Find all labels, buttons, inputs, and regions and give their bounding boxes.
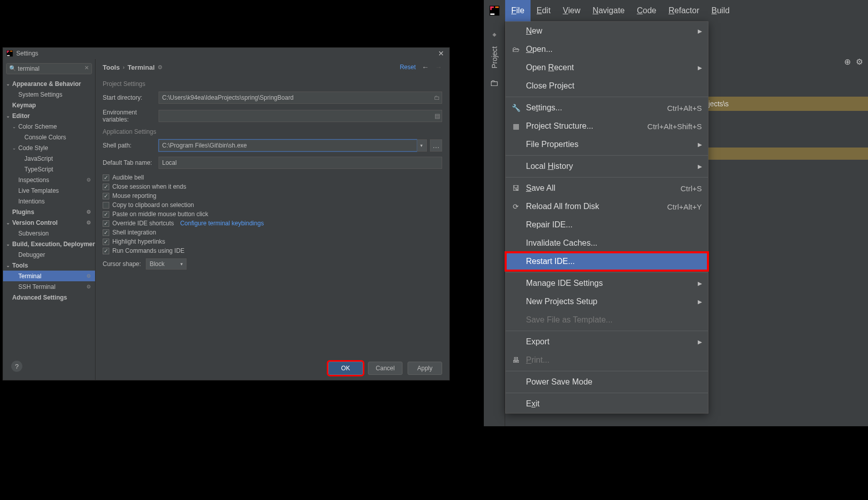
shell-integration-checkbox[interactable] [103, 229, 109, 236]
menu-settings[interactable]: 🔧Settings...Ctrl+Alt+S [506, 99, 708, 117]
tree-build[interactable]: ⌄Build, Execution, Deployment [3, 239, 95, 249]
menu-project-structure[interactable]: ▦Project Structure...Ctrl+Alt+Shift+S [506, 117, 708, 135]
intellij-icon [484, 5, 505, 16]
cancel-button[interactable]: Cancel [368, 362, 402, 375]
tree-typescript[interactable]: TypeScript [3, 164, 95, 174]
browse-button[interactable]: … [430, 139, 442, 152]
cursor-shape-select[interactable]: Block ▾ [146, 258, 187, 270]
svg-rect-2 [7, 51, 8, 53]
menu-save-all[interactable]: 🖫Save AllCtrl+S [506, 179, 708, 197]
highlight-hyperlinks-label: Highlight hyperlinks [112, 238, 165, 245]
menu-power-save[interactable]: Power Save Mode [506, 373, 708, 391]
tree-keymap[interactable]: Keymap [3, 100, 95, 110]
run-commands-checkbox[interactable] [103, 248, 109, 254]
configure-keybindings-link[interactable]: Configure terminal keybindings [180, 220, 264, 227]
menu-refactor[interactable]: Refactor [662, 0, 705, 21]
menu-export[interactable]: Export▶ [506, 333, 708, 351]
svg-rect-7 [490, 7, 492, 10]
tab-name-input[interactable] [159, 157, 442, 169]
settings-sidebar: 🔍 ✕ ⌄Appearance & Behavior System Settin… [3, 59, 96, 380]
reload-icon: ⟳ [511, 202, 521, 211]
target-icon[interactable]: ⊕ [844, 57, 851, 67]
mouse-reporting-checkbox[interactable] [103, 193, 109, 199]
gear-icon[interactable]: ⚙ [856, 57, 863, 67]
file-dropdown-menu: New▶ 🗁Open... Open Recent▶ Close Project… [505, 21, 708, 414]
menu-separator [506, 272, 708, 273]
menu-view[interactable]: View [556, 0, 586, 21]
menu-file[interactable]: File [505, 0, 531, 21]
menu-label: Restart IDE... [526, 257, 575, 266]
menu-close-project[interactable]: Close Project [506, 77, 708, 95]
paste-middle-checkbox[interactable] [103, 211, 109, 218]
tree-terminal[interactable]: Terminal [3, 271, 95, 281]
tree-inspections[interactable]: Inspections [3, 174, 95, 185]
list-icon[interactable]: ▤ [435, 112, 440, 120]
tree-javascript[interactable]: JavaScript [3, 153, 95, 164]
menu-separator [506, 97, 708, 97]
tree-live-templates[interactable]: Live Templates [3, 185, 95, 196]
menu-new[interactable]: New▶ [506, 22, 708, 40]
menu-label: Repair IDE... [526, 220, 573, 229]
tree-label: Appearance & Behavior [12, 80, 81, 87]
back-icon[interactable]: ← [422, 63, 429, 71]
menu-reload[interactable]: ⟳Reload All from DiskCtrl+Alt+Y [506, 197, 708, 216]
tree-plugins[interactable]: Plugins [3, 207, 95, 217]
wrench-icon: 🔧 [511, 104, 521, 112]
start-dir-input[interactable] [159, 92, 442, 104]
menu-build[interactable]: Build [705, 0, 736, 21]
menu-new-projects-setup[interactable]: New Projects Setup▶ [506, 292, 708, 311]
audible-bell-checkbox[interactable] [103, 174, 109, 181]
menu-file-properties[interactable]: File Properties▶ [506, 135, 708, 154]
menu-open[interactable]: 🗁Open... [506, 40, 708, 58]
shortcut-label: Ctrl+S [680, 184, 702, 193]
tree-console-colors[interactable]: Console Colors [3, 132, 95, 142]
search-box: 🔍 ✕ [6, 63, 92, 74]
close-icon[interactable]: ✕ [436, 49, 446, 57]
menu-repair-ide[interactable]: Repair IDE... [506, 216, 708, 234]
menu-edit[interactable]: Edit [531, 0, 557, 21]
tree-editor[interactable]: ⌄Editor [3, 110, 95, 121]
settings-dialog: Settings ✕ 🔍 ✕ ⌄Appearance & Behavior Sy… [3, 47, 450, 380]
menu-invalidate-caches[interactable]: Invalidate Caches... [506, 234, 708, 252]
menu-navigate[interactable]: Navigate [586, 0, 631, 21]
tree-tools[interactable]: ⌄Tools [3, 260, 95, 271]
tree-ssh-terminal[interactable]: SSH Terminal [3, 281, 95, 292]
help-button[interactable]: ? [11, 361, 22, 372]
menu-open-recent[interactable]: Open Recent▶ [506, 58, 708, 77]
clear-icon[interactable]: ✕ [84, 65, 89, 71]
tree-debugger[interactable]: Debugger [3, 249, 95, 260]
tree-appearance[interactable]: ⌄Appearance & Behavior [3, 78, 95, 89]
folder-icon[interactable]: 🗀 [434, 94, 440, 101]
menu-label: Power Save Mode [526, 377, 593, 387]
forward-icon: → [435, 63, 442, 71]
tree-version-control[interactable]: ⌄Version Control [3, 217, 95, 228]
apply-button[interactable]: Apply [408, 362, 442, 375]
search-input[interactable] [6, 63, 92, 74]
menu-manage-ide-settings[interactable]: Manage IDE Settings▶ [506, 274, 708, 292]
tree-color-scheme[interactable]: ⌄Color Scheme [3, 121, 95, 132]
shell-path-input[interactable] [159, 139, 417, 152]
tree-system-settings[interactable]: System Settings [3, 89, 95, 100]
tree-code-style[interactable]: ⌄Code Style [3, 142, 95, 153]
close-session-checkbox[interactable] [103, 184, 109, 190]
tree-intentions[interactable]: Intentions [3, 196, 95, 207]
menu-local-history[interactable]: Local History▶ [506, 157, 708, 175]
dropdown-arrow-icon[interactable]: ▾ [417, 139, 427, 152]
copy-clipboard-checkbox[interactable] [103, 202, 109, 209]
tree-label: Terminal [18, 273, 41, 280]
project-tool-button[interactable]: Project [490, 46, 499, 69]
reset-link[interactable]: Reset [400, 64, 416, 71]
override-shortcuts-checkbox[interactable] [103, 220, 109, 227]
highlight-hyperlinks-checkbox[interactable] [103, 239, 109, 245]
folder-icon[interactable]: 🗀 [490, 78, 499, 89]
env-input[interactable] [159, 110, 442, 122]
menu-code[interactable]: Code [631, 0, 662, 21]
tree-advanced[interactable]: Advanced Settings [3, 292, 95, 303]
chevron-right-icon: ▶ [698, 163, 702, 170]
gear-icon: ⚙ [158, 64, 163, 71]
menu-restart-ide[interactable]: Restart IDE... [506, 252, 708, 271]
menu-exit[interactable]: Exit [506, 395, 708, 413]
intellij-icon [6, 50, 13, 57]
ok-button[interactable]: OK [328, 362, 363, 375]
tree-subversion[interactable]: Subversion [3, 228, 95, 239]
